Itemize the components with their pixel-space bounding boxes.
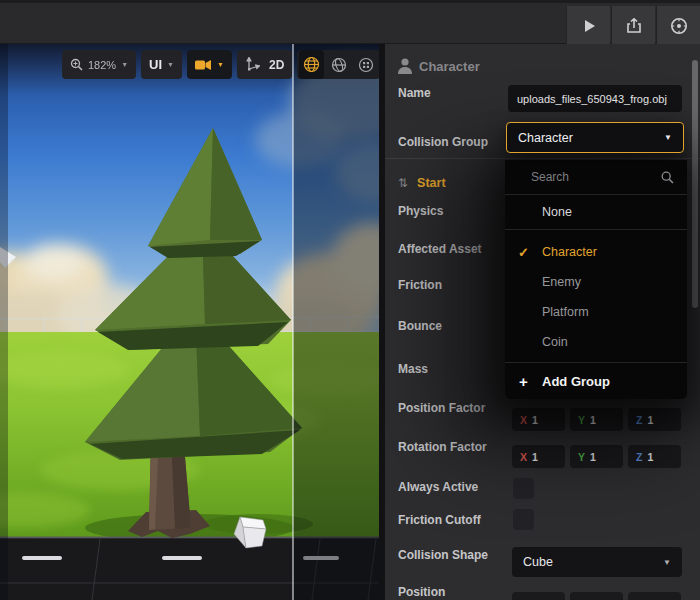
axis-y-label: Y <box>578 451 585 463</box>
sphere-icon <box>331 57 347 73</box>
sort-icon: ⇅ <box>398 176 408 190</box>
camera-dropdown[interactable]: ▼ <box>187 50 232 79</box>
mode-2d-button[interactable]: 2D <box>269 58 284 72</box>
dropdown-item-enemy[interactable]: Enemy <box>505 267 687 297</box>
position-factor-z-value: 1 <box>647 414 653 426</box>
zoom-magnifier-icon <box>70 58 83 71</box>
collision-group-select[interactable]: Character ▼ <box>506 122 684 153</box>
chevron-down-icon: ▼ <box>663 558 671 567</box>
axis-x-label: X <box>520 451 527 463</box>
ui-mode-dropdown[interactable]: UI ▼ <box>141 50 182 79</box>
friction-label: Friction <box>398 278 442 292</box>
globe-icon <box>303 56 320 73</box>
rotation-factor-z-field[interactable]: Z 1 <box>628 445 681 468</box>
position-z-field[interactable]: Z 0 <box>628 592 681 600</box>
position-label: Position <box>398 585 445 599</box>
panel-scrollbar[interactable] <box>692 60 698 308</box>
collision-group-value: Character <box>518 131 664 145</box>
chevron-down-icon: ▼ <box>167 61 174 68</box>
zoom-level: 182% <box>88 59 116 71</box>
start-section-header[interactable]: ⇅ Start <box>398 176 446 190</box>
dropdown-search-input[interactable] <box>505 170 645 184</box>
zoom-dropdown[interactable]: 182% ▼ <box>62 50 136 79</box>
camera-bound-line <box>292 44 293 600</box>
axis-z-label: Z <box>636 414 642 426</box>
four-dots-icon <box>358 57 374 73</box>
collision-shape-select[interactable]: Cube ▼ <box>512 547 682 577</box>
chevron-down-icon: ▼ <box>217 61 224 68</box>
chevron-down-icon: ▼ <box>121 61 128 68</box>
bounce-label: Bounce <box>398 319 442 333</box>
axis-z-label: Z <box>636 451 642 463</box>
rotation-factor-y-value: 1 <box>590 451 596 463</box>
rotation-factor-x-field[interactable]: X 1 <box>512 445 565 468</box>
name-label: Name <box>398 86 431 100</box>
dropdown-item-character[interactable]: ✓ Character <box>505 237 687 267</box>
move-gizmo-icon[interactable] <box>245 57 260 72</box>
physics-label: Physics <box>398 204 443 218</box>
position-factor-label: Position Factor <box>398 401 485 415</box>
ui-mode-label: UI <box>149 57 162 72</box>
dropdown-search-row <box>505 160 687 195</box>
scene-viewport[interactable]: 182% ▼ UI ▼ ▼ 2D <box>0 44 379 600</box>
add-group-label: Add Group <box>542 374 610 389</box>
position-factor-x-value: 1 <box>532 414 538 426</box>
transform-2d-section: 2D <box>237 50 292 79</box>
friction-cutoff-checkbox[interactable] <box>512 508 535 531</box>
name-input[interactable] <box>508 85 682 112</box>
globe-view-button[interactable] <box>299 50 324 79</box>
export-icon <box>625 17 643 35</box>
position-factor-z-field[interactable]: Z 1 <box>628 408 681 431</box>
dropdown-item-coin[interactable]: Coin <box>505 327 687 357</box>
play-icon <box>581 18 597 34</box>
collision-shape-value: Cube <box>523 555 663 569</box>
position-factor-y-field[interactable]: Y 1 <box>570 408 623 431</box>
play-button[interactable] <box>566 6 610 46</box>
dropdown-item-none[interactable]: None <box>505 195 687 230</box>
rotation-factor-y-field[interactable]: Y 1 <box>570 445 623 468</box>
dropdown-items: ✓ Character Enemy Platform Coin <box>505 230 687 357</box>
always-active-checkbox[interactable] <box>512 477 535 500</box>
dots-view-button[interactable] <box>353 50 378 79</box>
position-factor-y-value: 1 <box>590 414 596 426</box>
chevron-down-icon: ▼ <box>664 133 672 142</box>
export-button[interactable] <box>611 6 655 46</box>
view-mode-section <box>297 50 379 79</box>
rotation-factor-x-value: 1 <box>532 451 538 463</box>
search-icon <box>661 171 674 184</box>
always-active-label: Always Active <box>398 480 478 494</box>
camera-icon <box>195 59 212 71</box>
record-icon <box>669 16 689 36</box>
rotation-factor-z-value: 1 <box>647 451 653 463</box>
inspector-panel: Character Name Collision Group Character… <box>385 44 700 600</box>
position-factor-row: X 1 Y 1 Z 1 <box>512 408 681 431</box>
dropdown-item-label: Coin <box>542 335 568 349</box>
rotation-factor-row: X 1 Y 1 Z 1 <box>512 445 681 468</box>
right-dim-overlay <box>293 44 379 600</box>
character-icon <box>397 57 413 75</box>
add-group-button[interactable]: + Add Group <box>505 362 687 399</box>
position-factor-x-field[interactable]: X 1 <box>512 408 565 431</box>
rotation-factor-label: Rotation Factor <box>398 440 487 454</box>
plus-icon: + <box>519 373 528 390</box>
position-y-field[interactable]: Y 1.157 <box>570 592 623 600</box>
affected-asset-label: Affected Asset <box>398 242 482 256</box>
viewport-toolbar: 182% ▼ UI ▼ ▼ 2D <box>62 50 379 79</box>
axis-y-label: Y <box>578 414 585 426</box>
panel-title: Character <box>419 59 480 74</box>
left-dim-overlay <box>0 44 8 600</box>
dropdown-item-platform[interactable]: Platform <box>505 297 687 327</box>
collision-group-dropdown: None ✓ Character Enemy Platform Coin + A… <box>505 160 687 399</box>
record-button[interactable] <box>656 6 700 46</box>
sphere-view-button[interactable] <box>326 50 351 79</box>
axis-x-label: X <box>520 414 527 426</box>
section-divider <box>385 158 700 159</box>
position-x-field[interactable]: X 0 <box>512 592 565 600</box>
dropdown-item-label: Platform <box>542 305 589 319</box>
dropdown-item-label: Character <box>542 245 597 259</box>
mass-label: Mass <box>398 362 428 376</box>
check-icon: ✓ <box>518 245 529 260</box>
start-label: Start <box>417 176 445 190</box>
collision-shape-label: Collision Shape <box>398 548 488 562</box>
dropdown-item-label: Enemy <box>542 275 581 289</box>
